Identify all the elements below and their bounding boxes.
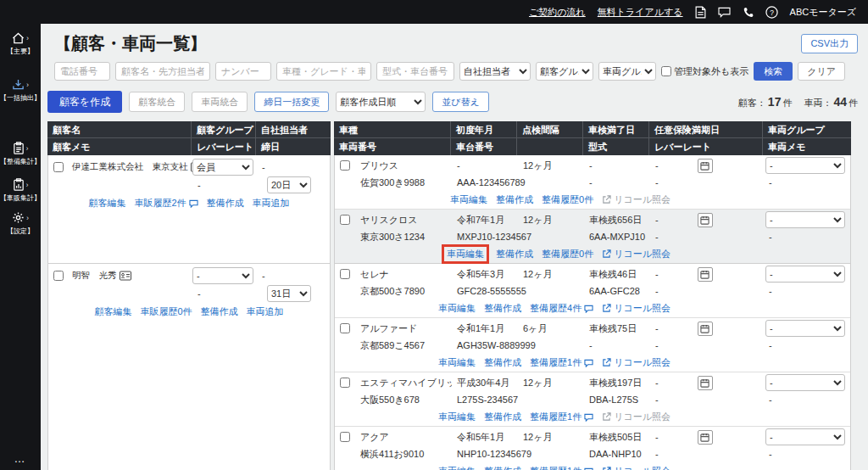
maintenance-history-link[interactable]: 整備履歴4件 [530, 302, 593, 315]
vehicle-edit-link[interactable]: 車両編集 [450, 193, 487, 206]
customer-checkbox[interactable] [53, 271, 64, 281]
sort-order-select[interactable]: 顧客作成日順 [336, 92, 426, 112]
model-vin-filter-input[interactable] [376, 62, 454, 81]
recall-link[interactable]: リコール照会 [602, 465, 670, 470]
vehicle-edit-link[interactable]: 車両編集 [438, 356, 476, 369]
sales-history-link[interactable]: 車販履歴0件 [140, 305, 192, 318]
vehicle-group-select[interactable]: - [765, 266, 845, 283]
calendar-button[interactable] [698, 376, 713, 390]
highlight-annotation: 車両編集 [442, 244, 489, 264]
insurance-expiry-value: - [655, 215, 659, 225]
maintenance-create-link[interactable]: 整備作成 [484, 411, 521, 423]
maintenance-create-link[interactable]: 整備作成 [484, 302, 521, 315]
account-menu[interactable]: ABCモーターズ [790, 6, 856, 19]
calendar-button[interactable] [698, 159, 713, 173]
merge-vehicles-button[interactable]: 車両統合 [192, 92, 248, 112]
maintenance-create-link[interactable]: 整備作成 [496, 193, 533, 206]
first-registration-value: - [452, 160, 518, 171]
customer-checkbox[interactable] [53, 162, 64, 172]
closing-day-select[interactable]: 20日 [267, 176, 311, 193]
lever-rate-header: レバーレート [192, 138, 256, 155]
inspection-interval-value: 12ヶ月 [518, 268, 584, 281]
recall-link[interactable]: リコール照会 [602, 302, 670, 315]
closing-day-select[interactable]: 31日 [267, 285, 311, 302]
phone-icon[interactable] [743, 7, 754, 18]
vehicle-checkbox[interactable] [340, 323, 350, 333]
maintenance-history-link[interactable]: 整備履歴1件 [530, 465, 593, 470]
calendar-button[interactable] [698, 322, 713, 336]
sidebar-more-menu[interactable]: … [14, 452, 27, 465]
first-registration-value: 令和5年3月 [452, 268, 518, 281]
maintenance-create-link[interactable]: 整備作成 [201, 305, 238, 318]
recall-link[interactable]: リコール照会 [602, 193, 670, 206]
staff-filter-select[interactable]: 自社担当者 [459, 62, 531, 81]
sidebar-item-sales-report[interactable]: › 【車販集計】 [0, 178, 41, 203]
maintenance-history-link[interactable]: 整備履歴1件 [530, 356, 593, 369]
vehicle-edit-link[interactable]: 車両編集 [438, 302, 476, 315]
sidebar-item-settings[interactable]: › 【設定】 [7, 211, 34, 236]
vehicle-checkbox[interactable] [340, 160, 350, 171]
maintenance-create-link[interactable]: 整備作成 [207, 197, 244, 210]
phone-filter-input[interactable] [54, 62, 110, 81]
chevron-right-icon: › [26, 81, 29, 89]
vehicle-add-link[interactable]: 車両追加 [253, 197, 290, 210]
calendar-button[interactable] [698, 213, 713, 227]
vehicle-group-select[interactable]: - [765, 428, 845, 445]
bulk-closing-day-button[interactable]: 締日一括変更 [254, 92, 329, 112]
sidebar-item-batch-extract[interactable]: › 【一括抽出】 [0, 78, 41, 103]
vehicle-checkbox[interactable] [340, 215, 350, 225]
vehicle-group-select[interactable]: - [765, 211, 845, 228]
maintenance-history-link[interactable]: 整備履歴0件 [542, 193, 593, 206]
show-excluded-checkbox[interactable] [661, 66, 671, 76]
customer-edit-link[interactable]: 顧客編集 [94, 305, 131, 318]
first-registration-value: 令和1年1月 [452, 322, 518, 335]
vehicle-checkbox[interactable] [340, 432, 350, 442]
vehicle-edit-link[interactable]: 車両編集 [447, 248, 484, 260]
customer-group-select[interactable]: 会員 [192, 159, 253, 176]
create-customer-button[interactable]: 顧客を作成 [47, 91, 122, 113]
customer-group-select[interactable]: - [192, 267, 253, 284]
recall-link[interactable]: リコール照会 [602, 356, 670, 369]
maintenance-create-link[interactable]: 整備作成 [496, 248, 533, 260]
vehicle-group-select[interactable]: - [765, 374, 845, 391]
customer-edit-link[interactable]: 顧客編集 [88, 197, 125, 210]
maintenance-history-link[interactable]: 整備履歴1件 [530, 411, 593, 423]
clear-button[interactable]: クリア [798, 62, 845, 81]
chat-icon[interactable] [718, 7, 731, 18]
vehicle-checkbox[interactable] [340, 269, 350, 279]
vehicle-add-link[interactable]: 車両追加 [247, 305, 284, 318]
calendar-button[interactable] [698, 267, 713, 282]
contract-flow-link[interactable]: ご契約の流れ [529, 6, 586, 19]
vehicle-lever-rate-value: - [650, 394, 764, 405]
vehicle-group-select[interactable]: - [765, 320, 845, 337]
calendar-button[interactable] [698, 430, 713, 445]
vehicle-group-filter-select[interactable]: 車両グル… [598, 62, 656, 81]
recall-link[interactable]: リコール照会 [602, 411, 670, 423]
vehicle-group-select[interactable]: - [765, 157, 845, 174]
vehicle-checkbox[interactable] [340, 378, 350, 388]
merge-customers-button[interactable]: 顧客統合 [129, 92, 185, 112]
csv-export-button[interactable]: CSV出力 [801, 34, 858, 53]
customer-name-filter-input[interactable] [115, 62, 210, 81]
help-icon[interactable]: ? [765, 6, 778, 19]
sort-button[interactable]: 並び替え [432, 92, 489, 112]
vehicle-group-header: 車両グループ [763, 121, 851, 138]
vehicle-edit-link[interactable]: 車両編集 [438, 411, 476, 423]
free-trial-link[interactable]: 無料トライアルする [598, 6, 683, 19]
search-button[interactable]: 検索 [754, 62, 793, 81]
inspection-due-value: - [584, 160, 650, 171]
gear-icon [12, 211, 25, 224]
car-model-filter-input[interactable] [276, 62, 371, 81]
customer-group-filter-select[interactable]: 顧客グル… [536, 62, 593, 81]
maintenance-create-link[interactable]: 整備作成 [484, 356, 521, 369]
recall-link[interactable]: リコール照会 [602, 248, 670, 260]
plate-number-filter-input[interactable] [215, 62, 271, 81]
maintenance-history-link[interactable]: 整備履歴0件 [542, 248, 593, 260]
maintenance-create-link[interactable]: 整備作成 [484, 465, 521, 470]
vehicle-vin: NHP10-12345679 [452, 449, 518, 459]
sidebar-item-main[interactable]: › 【主要】 [7, 32, 34, 56]
manual-document-icon[interactable] [695, 6, 706, 19]
vehicle-edit-link[interactable]: 車両編集 [438, 465, 476, 470]
sidebar-item-maintenance-report[interactable]: › 【整備集計】 [0, 142, 41, 166]
sales-history-link[interactable]: 車販履歴2件 [134, 197, 198, 210]
